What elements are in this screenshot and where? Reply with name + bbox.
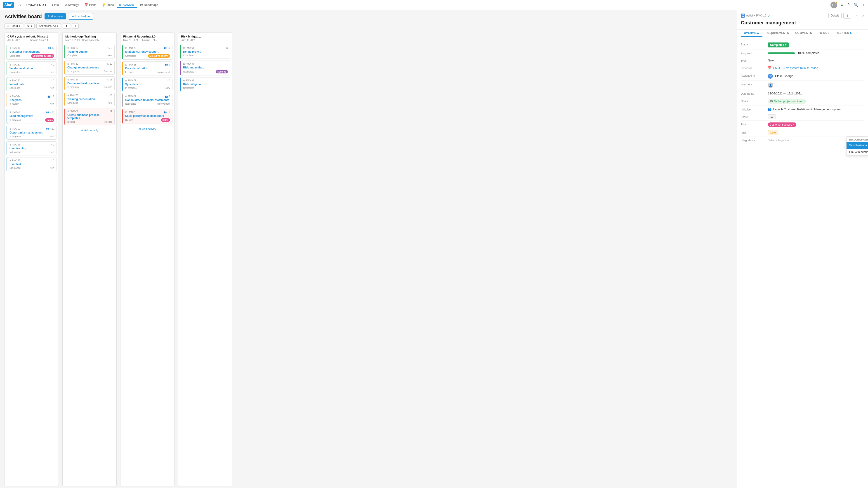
- share-button[interactable]: ⬆: [843, 13, 851, 19]
- tab-more-options[interactable]: ···: [855, 30, 864, 37]
- tag-remove-icon[interactable]: ×: [793, 123, 795, 126]
- card-pmo-27[interactable]: ⊞ PMO-27 👥 7 Consolidated financial stat…: [122, 93, 173, 107]
- card-pmo-31[interactable]: ⊞ PMO-31 11 Create business process temp…: [64, 108, 115, 125]
- progress-value: 100% completed: [768, 51, 864, 55]
- top-navigation: Aha! ⌂ Fredwin PMO ▾ ℹ Info ◎ Strategy 📅…: [0, 0, 868, 10]
- column-risk: Risk Mitigati... Jun 29, 2021 ··· ⊞ PMO-…: [178, 32, 232, 486]
- initiative-label: Initiative: [741, 107, 768, 111]
- card-icons-pmo-19: 👥 13: [48, 47, 54, 49]
- nav-item-roadmaps[interactable]: 🗺 Roadmaps: [138, 2, 160, 7]
- card-header-pmo-19: ⊞ PMO-19 👥 13: [9, 47, 54, 49]
- nav-item-plans[interactable]: 📅 Plans: [82, 2, 99, 7]
- card-pmo-30[interactable]: ⊞ PMO-30 ⚠ 10 Change request process In …: [64, 61, 115, 74]
- home-nav-button[interactable]: ⌂: [17, 2, 23, 8]
- tab-related[interactable]: RELATED 5: [833, 30, 855, 37]
- card-pmo-76[interactable]: ⊞ PMO-76 ○ 0 User training Not started N…: [6, 141, 57, 156]
- tag-chip-customer-success[interactable]: Customer success ×: [768, 123, 796, 127]
- card-pmo-22[interactable]: ⊞ PMO-22 👥 ○ 10 Opportunity management I…: [6, 126, 57, 140]
- add-icon[interactable]: +: [862, 2, 865, 8]
- goal-tag[interactable]: 🏁 Deliver projects on time ×: [768, 99, 807, 104]
- svg-rect-1: [743, 14, 744, 15]
- card-pmo-32[interactable]: ⊞ PMO-32 ⚠ 8 Training outline Completed …: [64, 45, 115, 59]
- add-activity-financial[interactable]: ⊕ Add activity: [122, 126, 173, 132]
- workspace-name: Fredwin PMO: [26, 3, 43, 6]
- person-icon-6: 👥: [165, 64, 168, 66]
- column-menu-methodology[interactable]: ···: [111, 35, 114, 39]
- more-options-button[interactable]: ···: [853, 13, 860, 18]
- help-icon[interactable]: ?: [847, 2, 850, 8]
- tab-todos[interactable]: TO-DOS: [815, 30, 833, 37]
- schedule-link[interactable]: PMO - CRM system rollout: Phase 1: [773, 66, 821, 70]
- card-pmo-73[interactable]: ⊞ PMO-73 ○ 0 Import data Scheduled New: [6, 77, 57, 91]
- nav-item-activities[interactable]: ⊞ Activities: [117, 2, 136, 8]
- svg-rect-2: [742, 16, 743, 17]
- field-integrations: Integrations Select integration + INTEGR…: [741, 136, 864, 144]
- add-activity-methodology[interactable]: ⊕ Add activity: [64, 127, 115, 134]
- warning-icon-3: ⚠: [107, 78, 109, 81]
- column-menu-financial[interactable]: ···: [168, 35, 172, 39]
- details-toggle-button[interactable]: Details: [829, 13, 842, 18]
- workspace-dropdown[interactable]: Fredwin PMO ▾: [24, 2, 49, 7]
- tab-overview[interactable]: OVERVIEW: [741, 30, 763, 37]
- plans-icon: 📅: [84, 3, 88, 6]
- nav-item-strategy[interactable]: ◎ Strategy: [62, 2, 81, 7]
- card-pmo-33[interactable]: ⊞ PMO-33 ⚠ 13 Training presentation Sche…: [64, 92, 115, 106]
- activity-type-icon: [741, 13, 745, 18]
- tab-comments[interactable]: COMMENTS: [792, 30, 815, 37]
- info-icon: ℹ: [52, 3, 53, 6]
- field-score: Score 13: [741, 113, 864, 121]
- person-icon-3: 👥: [46, 111, 49, 113]
- add-custom-field-link[interactable]: + Add custom field: [741, 144, 864, 150]
- card-pmo-19[interactable]: ⊞ PMO-19 👥 13 Customer management Comple…: [6, 45, 57, 60]
- column-menu-risk[interactable]: ···: [226, 35, 229, 39]
- card-pmo-75[interactable]: ⊞ PMO-75 ○ 0 User test Not started New: [6, 157, 57, 171]
- tags-label: Tags: [741, 123, 768, 126]
- strategy-icon: ◎: [64, 3, 67, 6]
- tab-requirements[interactable]: REQUIREMENTS: [763, 30, 792, 37]
- column-title-financial: Financial Reporting 2.0: [123, 35, 157, 38]
- board-view-button[interactable]: ☰ Board ▾: [4, 23, 23, 29]
- search-icon[interactable]: 🔍: [853, 2, 859, 8]
- add-activity-button[interactable]: Add activity: [44, 13, 66, 20]
- column-header-crm: CRM system rollout: Phase 1 Jan 6, 2021 …: [5, 33, 59, 43]
- nav-item-ideas[interactable]: 💡 Ideas: [100, 2, 116, 7]
- chevron-icon-2: ▾: [31, 24, 32, 28]
- risk-label: Risk: [741, 131, 768, 134]
- warning-icon-2: ⚠: [107, 63, 109, 65]
- app-logo: Aha!: [3, 2, 14, 8]
- card-pmo-28[interactable]: ⊞ PMO-28 👥 9 Data visualization In revie…: [122, 61, 173, 75]
- column-header-financial: Financial Reporting 2.0 May 25, 2021 Sho…: [121, 33, 174, 43]
- card-pmo-67[interactable]: ⊞ PMO-67 ○ 0 Vendor evaluation Completed…: [6, 61, 57, 75]
- column-financial: Financial Reporting 2.0 May 25, 2021 Sho…: [120, 32, 175, 486]
- column-menu-crm[interactable]: ···: [53, 35, 56, 39]
- card-pmo-35[interactable]: ⊞ PMO-35 Risk mitigatio... Not started: [180, 77, 230, 91]
- goal-remove-icon[interactable]: ×: [803, 100, 805, 103]
- field-progress: Progress 100% completed: [741, 50, 864, 57]
- card-pmo-77[interactable]: ⊞ PMO-77 ○ 0 Sync data In progress New: [122, 77, 173, 91]
- filter-button[interactable]: ▼: [63, 23, 70, 29]
- card-pmo-24[interactable]: ⊞ PMO-24 👥 ○ 9 Analytics In review New: [6, 93, 57, 107]
- card-pmo-64[interactable]: ⊞ PMO-64 ⊕ Define proje... Completed: [180, 45, 230, 59]
- status-badge[interactable]: Completed ▾: [768, 42, 789, 47]
- card-title-pmo-31: Create business process templates: [67, 113, 112, 120]
- card-title-pmo-73: Import data: [9, 83, 54, 86]
- settings-icon[interactable]: ⚙: [839, 2, 844, 8]
- settings-toolbar-button[interactable]: ⚙ ▾: [25, 23, 35, 29]
- send-to-asana-option[interactable]: Send to Asana: [846, 142, 868, 149]
- field-tags: Tags Customer success ×: [741, 121, 864, 129]
- card-title-pmo-33: Training presentation: [67, 98, 112, 101]
- card-pmo-26[interactable]: ⊞ PMO-26 👥 13 Multiple currency support …: [122, 45, 173, 60]
- add-column-button[interactable]: +: [72, 23, 79, 29]
- card-pmo-20[interactable]: ⊞ PMO-20 👥 10 Sales performance dashboar…: [122, 109, 173, 124]
- card-pmo-34[interactable]: ⊞ PMO-34 Risk and mitig... Not started S…: [180, 61, 230, 75]
- assigned-value: CG Claire George: [768, 74, 864, 78]
- close-detail-button[interactable]: ×: [862, 13, 864, 18]
- card-title-pmo-23: Lead management: [9, 114, 54, 118]
- add-schedule-button[interactable]: Add schedule: [69, 13, 93, 20]
- card-pmo-23[interactable]: ⊞ PMO-23 👥 ○ 10 Lead management In progr…: [6, 109, 57, 124]
- link-asana-option[interactable]: Link with existing record in Asana: [846, 149, 868, 156]
- schedules-filter-button[interactable]: Schedules: All ▾: [36, 23, 61, 29]
- user-avatar[interactable]: FP: [831, 2, 837, 8]
- nav-item-info[interactable]: ℹ Info: [50, 2, 61, 7]
- card-pmo-29[interactable]: ⊞ PMO-29 ⚠ 15 Document best practices In…: [64, 76, 115, 90]
